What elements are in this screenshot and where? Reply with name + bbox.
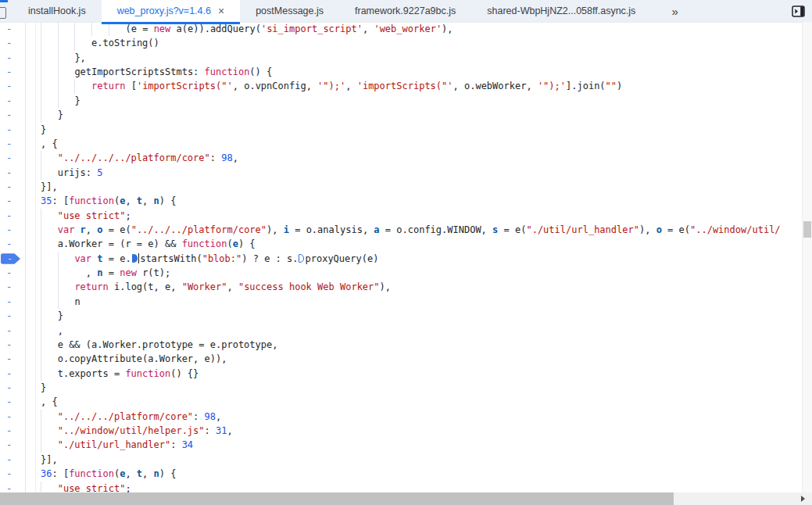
code-line[interactable]: -a.Worker = (r = e) && function(e) {	[0, 237, 803, 251]
breakpoint-gutter-cell[interactable]: -	[0, 338, 25, 352]
code-line[interactable]: -urijs: 5	[0, 166, 803, 180]
breakpoint-gutter-cell[interactable]: -	[0, 453, 25, 467]
breakpoint-gutter-cell[interactable]: -	[0, 410, 25, 424]
code-line-text[interactable]: "../../../../platform/core": 98,	[25, 151, 803, 165]
code-line[interactable]: -,	[0, 324, 803, 338]
code-line[interactable]: -"use strict";	[0, 209, 803, 223]
code-line[interactable]: -getImportScriptsStmts: function() {	[0, 65, 803, 79]
file-tab[interactable]: framework.9227a9bc.js	[339, 0, 471, 22]
code-line-text[interactable]: e && (a.Worker.prototype = e.prototype,	[25, 338, 803, 352]
code-line-text[interactable]: , {	[25, 395, 803, 409]
code-line-text[interactable]: n	[25, 295, 803, 309]
code-line[interactable]: -, {	[0, 137, 803, 151]
code-line-text[interactable]: }	[25, 123, 803, 137]
code-line-text[interactable]: }	[25, 309, 803, 323]
breakpoint-gutter-cell[interactable]: -	[0, 151, 25, 165]
code-line-text[interactable]: t.exports = function() {}	[25, 367, 803, 381]
breakpoint-gutter-cell[interactable]: -	[0, 424, 25, 438]
code-line-text[interactable]: "../window/util/helper.js": 31,	[25, 424, 803, 438]
code-line-text[interactable]: }	[25, 94, 803, 108]
breakpoint-badge[interactable]: -	[1, 253, 20, 264]
code-line[interactable]: -35: [function(e, t, n) {	[0, 194, 803, 208]
code-line-text[interactable]: , {	[25, 137, 803, 151]
code-line[interactable]: -}	[0, 381, 803, 395]
breakpoint-gutter-cell[interactable]: -	[0, 482, 25, 493]
code-line[interactable]: -return i.log(t, e, "Worker", "success h…	[0, 280, 803, 294]
code-line-text[interactable]: "./util/url_handler": 34	[25, 438, 803, 452]
code-line-text[interactable]: return ['importScripts("', o.vpnConfig, …	[25, 79, 803, 93]
code-line[interactable]: -36: [function(e, t, n) {	[0, 467, 803, 481]
breakpoint-gutter-cell[interactable]: -	[0, 180, 25, 194]
tab-close-icon[interactable]: ×	[218, 5, 224, 16]
breakpoint-gutter-cell[interactable]: -	[0, 94, 25, 108]
code-line-text[interactable]: },	[25, 51, 803, 65]
breakpoint-gutter-cell[interactable]: -	[0, 266, 25, 280]
file-tab[interactable]: shared-WbpHjNZ2...058ff.async.js	[471, 0, 651, 22]
code-line[interactable]: -, n = new r(t);	[0, 266, 803, 280]
more-tabs-button[interactable]: »	[671, 5, 678, 18]
code-line-text[interactable]: getImportScriptsStmts: function() {	[25, 65, 803, 79]
breakpoint-gutter-cell[interactable]: -	[0, 166, 25, 180]
code-line[interactable]: -o.copyAttribute(a.Worker, e)),	[0, 352, 803, 366]
code-line-text[interactable]: return i.log(t, e, "Worker", "success ho…	[25, 280, 803, 294]
code-line-text[interactable]: "use strict";	[25, 482, 803, 493]
code-line[interactable]: -"./util/url_handler": 34	[0, 438, 803, 452]
code-line-text[interactable]: "use strict";	[25, 209, 803, 223]
scroll-right-arrow-icon[interactable]	[801, 496, 805, 502]
code-line[interactable]: -var r, o = e("../../../platform/core"),…	[0, 223, 803, 237]
breakpoint-gutter-cell[interactable]: -	[0, 324, 25, 338]
file-tab[interactable]: postMessage.js	[240, 0, 339, 22]
breakpoint-gutter-cell[interactable]: -	[0, 381, 25, 395]
toggle-debugger-sidebar-button[interactable]	[792, 5, 805, 17]
code-line[interactable]: -var t = e.startsWith("blob:") ? e : s.p…	[0, 252, 803, 266]
horizontal-scrollbar-thumb[interactable]	[0, 492, 674, 505]
breakpoint-gutter-cell[interactable]: -	[0, 65, 25, 79]
code-line[interactable]: -, {	[0, 395, 803, 409]
breakpoint-gutter-cell[interactable]: -	[0, 79, 25, 93]
breakpoint-gutter-cell[interactable]: -	[0, 123, 25, 137]
breakpoint-gutter-cell[interactable]: -	[0, 438, 25, 452]
vertical-scrollbar[interactable]	[802, 22, 812, 492]
code-line[interactable]: -e.toString()	[0, 36, 803, 50]
code-line-text[interactable]: urijs: 5	[25, 166, 803, 180]
breakpoint-gutter-cell[interactable]: -	[0, 223, 25, 237]
breakpoint-gutter-cell[interactable]: -	[0, 51, 25, 65]
code-line[interactable]: -}	[0, 108, 803, 122]
horizontal-scrollbar[interactable]	[0, 492, 812, 505]
code-line[interactable]: -"../../../platform/core": 98,	[0, 410, 803, 424]
file-tab-active[interactable]: web_proxy.js?v=1.4.6×	[102, 0, 241, 22]
code-line-text[interactable]: }],	[25, 180, 803, 194]
code-line-text[interactable]: "../../../platform/core": 98,	[25, 410, 803, 424]
code-line-text[interactable]: 35: [function(e, t, n) {	[25, 194, 803, 208]
breakpoint-gutter-cell[interactable]: -	[0, 36, 25, 50]
code-line[interactable]: -},	[0, 51, 803, 65]
panel-toggle-icon-partial[interactable]	[0, 7, 6, 19]
breakpoint-gutter-cell[interactable]: -	[0, 137, 25, 151]
breakpoint-gutter-cell[interactable]: -	[0, 280, 25, 294]
breakpoint-gutter-cell[interactable]: -	[0, 194, 25, 208]
breakpoint-gutter-cell[interactable]: -	[0, 367, 25, 381]
code-line-text[interactable]: , n = new r(t);	[25, 266, 803, 280]
code-line[interactable]: -t.exports = function() {}	[0, 367, 803, 381]
breakpoint-gutter-cell[interactable]: -	[0, 209, 25, 223]
code-line-text[interactable]: ,	[25, 324, 803, 338]
code-line-text[interactable]: e.toString()	[25, 36, 803, 50]
code-line[interactable]: -}	[0, 123, 803, 137]
code-line[interactable]: -n	[0, 295, 803, 309]
code-line-text[interactable]: }	[25, 108, 803, 122]
breakpoint-gutter-cell[interactable]: -	[0, 108, 25, 122]
breakpoint-gutter-cell[interactable]: -	[0, 467, 25, 481]
breakpoint-gutter-cell[interactable]: -	[0, 309, 25, 323]
breakpoint-gutter-cell[interactable]: -	[0, 295, 25, 309]
code-line[interactable]: -return ['importScripts("', o.vpnConfig,…	[0, 79, 803, 93]
code-line[interactable]: -}],	[0, 453, 803, 467]
code-line-text[interactable]: }	[25, 381, 803, 395]
code-line-text[interactable]: }],	[25, 453, 803, 467]
code-line[interactable]: -}],	[0, 180, 803, 194]
code-line-text[interactable]: a.Worker = (r = e) && function(e) {	[25, 237, 803, 251]
code-line-text[interactable]: o.copyAttribute(a.Worker, e)),	[25, 352, 803, 366]
code-line[interactable]: -}	[0, 309, 803, 323]
breakpoint-gutter-cell[interactable]: -	[0, 22, 25, 36]
code-line[interactable]: -"../window/util/helper.js": 31,	[0, 424, 803, 438]
code-line[interactable]: -"use strict";	[0, 482, 803, 493]
